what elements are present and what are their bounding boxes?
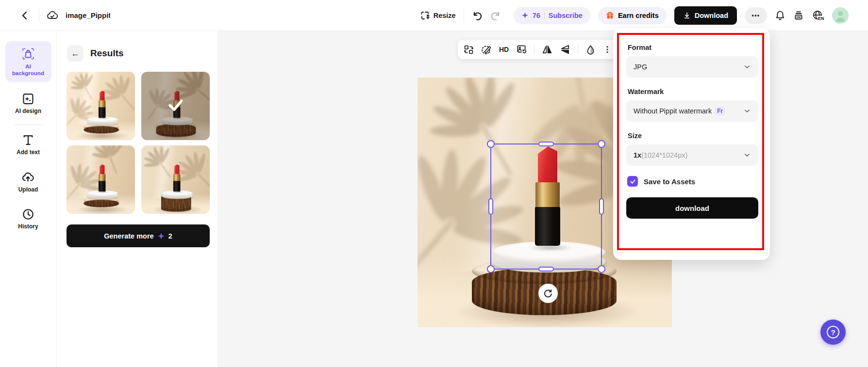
sidebar-item-label: AI background: [9, 63, 48, 77]
chevron-left-icon: [19, 10, 30, 21]
resize-button[interactable]: Resize: [420, 11, 456, 20]
result-thumbnail-1[interactable]: [67, 72, 135, 140]
sidebar: AI background AI design Add text Upload: [0, 31, 57, 367]
sidebar-item-label: History: [18, 223, 38, 230]
chevron-down-icon: [743, 63, 751, 71]
sidebar-item-history[interactable]: History: [18, 208, 38, 230]
selection-handle-bottom[interactable]: [538, 267, 554, 271]
subscribe-label[interactable]: Subscribe: [549, 12, 583, 19]
results-panel: ← Results: [57, 31, 218, 367]
selection-handle-top-right[interactable]: [598, 140, 605, 148]
back-button[interactable]: [19, 10, 30, 21]
arrow-left-icon: ←: [71, 48, 80, 59]
selection-handle-top-left[interactable]: [487, 140, 495, 148]
sparkle-icon: [157, 232, 165, 240]
topbar: image_Pippit_20 Resize: [0, 0, 868, 31]
printer-icon: [793, 10, 804, 21]
regenerate-button[interactable]: [538, 284, 558, 303]
credits-subscribe-pill[interactable]: 76 Subscribe: [514, 7, 590, 24]
results-grid: [67, 72, 210, 214]
canvas-toolbar: HD: [458, 40, 618, 59]
ai-background-icon: [21, 47, 35, 61]
hd-label: HD: [499, 46, 509, 53]
result-thumbnail-2-selected[interactable]: [141, 72, 210, 140]
selection-handle-left[interactable]: [488, 198, 493, 215]
sidebar-item-label: Add text: [17, 149, 40, 156]
format-label: Format: [628, 44, 758, 51]
chevron-down-icon: [743, 107, 751, 115]
hd-enhance-button[interactable]: HD: [499, 46, 509, 53]
thumbnail-image: [67, 145, 135, 214]
watermark-select[interactable]: Without Pippit watermark Fr: [626, 100, 758, 122]
sidebar-item-upload[interactable]: Upload: [18, 171, 38, 193]
earn-credits-button[interactable]: Earn credits: [598, 7, 667, 24]
format-value: JPG: [634, 63, 647, 71]
magic-pen-icon: [481, 44, 492, 55]
save-to-assets-checkbox-row[interactable]: Save to Assets: [627, 176, 758, 187]
toolbar-more-button[interactable]: [603, 45, 612, 54]
regenerate-image-button[interactable]: [516, 44, 527, 55]
flip-horizontal-button[interactable]: [542, 44, 552, 55]
toolbar-divider: [534, 45, 534, 54]
watermark-label: Watermark: [628, 88, 758, 96]
help-button[interactable]: ?: [820, 319, 846, 345]
image-refresh-icon: [516, 44, 527, 55]
resize-label: Resize: [434, 12, 456, 19]
topbar-divider: [39, 9, 39, 22]
resize-icon: [420, 11, 430, 20]
sidebar-item-ai-design[interactable]: AI design: [15, 93, 41, 115]
redo-button[interactable]: [490, 10, 501, 21]
adjust-color-button[interactable]: [585, 45, 596, 55]
result-thumbnail-3[interactable]: [67, 145, 135, 214]
selection-handle-top[interactable]: [538, 142, 554, 146]
result-thumbnail-4[interactable]: [141, 145, 210, 214]
sidebar-item-ai-background[interactable]: AI background: [5, 41, 51, 82]
notifications-button[interactable]: [775, 10, 785, 21]
checkbox-checked[interactable]: [627, 176, 638, 187]
magic-erase-button[interactable]: [481, 44, 492, 55]
avatar[interactable]: [832, 7, 849, 24]
user-icon: [832, 7, 849, 24]
size-select[interactable]: 1x (1024*1024px): [626, 144, 758, 166]
sidebar-item-label: Upload: [18, 186, 38, 193]
undo-button[interactable]: [472, 10, 483, 21]
popup-download-button[interactable]: download: [626, 197, 758, 219]
sidebar-item-add-text[interactable]: Add text: [17, 134, 40, 156]
cloud-saved-icon: [46, 9, 59, 22]
language-button[interactable]: EN: [812, 9, 824, 22]
thumbnail-image: [141, 145, 210, 214]
format-select[interactable]: JPG: [626, 56, 758, 78]
more-options-button[interactable]: •••: [745, 7, 767, 24]
selection-handle-bottom-right[interactable]: [598, 265, 605, 273]
globe-icon: EN: [812, 9, 824, 22]
watermark-value: Without Pippit watermark: [634, 107, 712, 115]
sidebar-item-label: AI design: [15, 108, 41, 115]
download-button[interactable]: Download: [674, 6, 737, 25]
selection-box[interactable]: [490, 144, 602, 270]
replace-button[interactable]: [464, 45, 474, 55]
check-icon: [630, 178, 636, 185]
flip-vertical-button[interactable]: [560, 44, 570, 55]
size-multiplier: 1x: [634, 151, 641, 159]
pill-divider: [544, 12, 545, 19]
print-button[interactable]: [793, 10, 804, 21]
generate-more-button[interactable]: Generate more 2: [67, 224, 210, 247]
refresh-icon: [543, 288, 553, 298]
results-back-button[interactable]: ←: [67, 45, 83, 62]
size-label: Size: [628, 132, 758, 140]
document-title[interactable]: image_Pippit_20: [66, 11, 110, 19]
earn-credits-label: Earn credits: [618, 12, 659, 19]
sparkle-icon: [521, 12, 529, 19]
selection-handle-bottom-left[interactable]: [487, 265, 495, 273]
thumbnail-image: [67, 72, 135, 140]
redo-icon: [490, 10, 501, 21]
pippit-editor: image_Pippit_20 Resize: [0, 0, 868, 367]
question-mark-icon: ?: [827, 326, 839, 338]
selection-handle-right[interactable]: [599, 198, 604, 215]
ai-design-icon: [22, 93, 34, 105]
credits-count: 76: [533, 12, 540, 19]
toolbar-divider: [578, 45, 578, 54]
undo-icon: [472, 10, 483, 21]
more-dots-icon: [603, 45, 612, 54]
add-text-icon: [22, 134, 34, 146]
